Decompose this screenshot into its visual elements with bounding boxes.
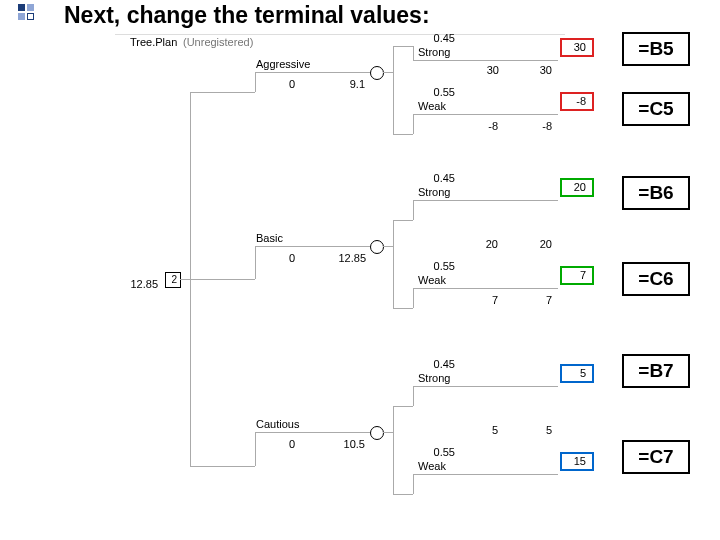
chance-node-1 xyxy=(370,66,384,80)
ref-b7: =B7 xyxy=(622,354,690,388)
b2-v1b: 20 xyxy=(532,238,552,250)
b2-o1: Strong xyxy=(418,186,450,198)
branch2-cost: 0 xyxy=(275,252,295,264)
branch2-ev: 12.85 xyxy=(330,252,366,264)
b1-p1: 0.45 xyxy=(425,32,455,44)
chance-node-3 xyxy=(370,426,384,440)
b2-p2: 0.55 xyxy=(425,260,455,272)
ref-c6: =C6 xyxy=(622,262,690,296)
b3-v1a: 5 xyxy=(484,424,498,436)
b3-t2: 15 xyxy=(560,455,586,467)
b1-t1: 30 xyxy=(560,41,586,53)
branch1-label: Aggressive xyxy=(256,58,310,70)
b3-o1: Strong xyxy=(418,372,450,384)
b2-p1: 0.45 xyxy=(425,172,455,184)
root-ev: 12.85 xyxy=(122,278,158,290)
b1-v1b: 30 xyxy=(528,64,552,76)
slide-bullet-icon xyxy=(18,4,38,24)
ref-c7: =C7 xyxy=(622,440,690,474)
b3-v1b: 5 xyxy=(538,424,552,436)
branch3-ev: 10.5 xyxy=(335,438,365,450)
b3-p1: 0.45 xyxy=(425,358,455,370)
branch2-label: Basic xyxy=(256,232,283,244)
ref-b6: =B6 xyxy=(622,176,690,210)
b2-v2b: 7 xyxy=(538,294,552,306)
branch1-cost: 0 xyxy=(275,78,295,90)
b1-o1: Strong xyxy=(418,46,450,58)
branch1-ev: 9.1 xyxy=(340,78,365,90)
branch3-label: Cautious xyxy=(256,418,299,430)
slide-title: Next, change the terminal values: xyxy=(64,2,430,29)
b2-v2a: 7 xyxy=(484,294,498,306)
b2-v1a: 20 xyxy=(478,238,498,250)
b2-t1: 20 xyxy=(560,181,586,193)
ref-b5: =B5 xyxy=(622,32,690,66)
chance-node-2 xyxy=(370,240,384,254)
b3-o2: Weak xyxy=(418,460,446,472)
b2-t2: 7 xyxy=(562,269,586,281)
treeplan-name: Tree.Plan xyxy=(130,36,177,48)
b1-v2b: -8 xyxy=(532,120,552,132)
b1-o2: Weak xyxy=(418,100,446,112)
ref-c5: =C5 xyxy=(622,92,690,126)
b3-p2: 0.55 xyxy=(425,446,455,458)
b1-p2: 0.55 xyxy=(425,86,455,98)
treeplan-reg: (Unregistered) xyxy=(183,36,253,48)
b3-t1: 5 xyxy=(562,367,586,379)
b1-t2: -8 xyxy=(560,95,586,107)
b1-v1a: 30 xyxy=(475,64,499,76)
b2-o2: Weak xyxy=(418,274,446,286)
decision-choice: 2 xyxy=(166,274,177,285)
branch3-cost: 0 xyxy=(275,438,295,450)
b1-v2a: -8 xyxy=(478,120,498,132)
